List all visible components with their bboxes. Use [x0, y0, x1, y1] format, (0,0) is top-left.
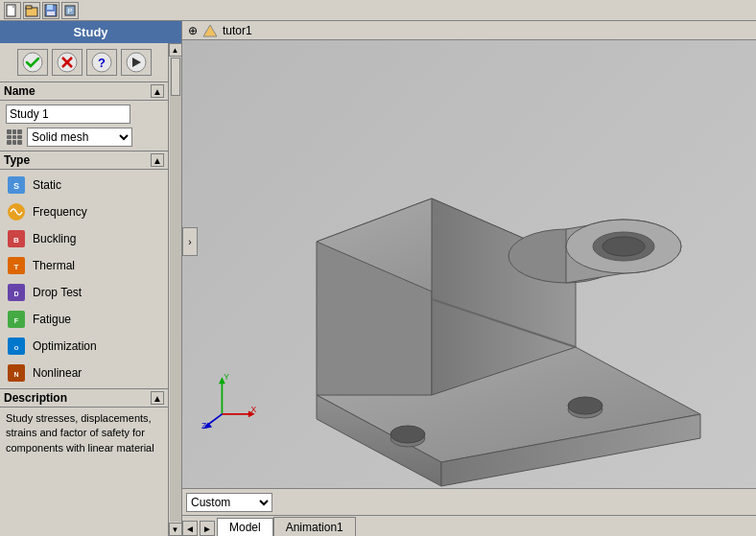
thermal-label: Thermal — [33, 259, 75, 272]
svg-rect-5 — [47, 5, 53, 10]
svg-text:N: N — [13, 371, 18, 378]
toolbar-save-icon[interactable] — [42, 2, 59, 19]
svg-point-48 — [568, 397, 602, 414]
scroll-track — [170, 58, 181, 522]
mesh-select-row: Solid mesh Shell mesh Beam mesh — [6, 128, 162, 147]
svg-text:D: D — [13, 291, 18, 297]
buckling-label: Buckling — [33, 232, 76, 245]
study-name-input[interactable] — [6, 105, 130, 124]
thermal-icon: T — [6, 255, 27, 276]
mesh-type-select[interactable]: Solid mesh Shell mesh Beam mesh — [27, 128, 132, 147]
type-item-drop[interactable]: D Drop Test — [0, 279, 168, 306]
custom-dropdown-row: Custom — [186, 493, 272, 512]
fatigue-icon: F — [6, 309, 27, 330]
type-item-static[interactable]: S Static — [0, 172, 168, 198]
description-text: Study stresses, displacements, strains a… — [0, 408, 168, 459]
top-toolbar: P — [0, 0, 756, 21]
viewport-titlebar: ⊕ tutor1 — [182, 21, 756, 40]
type-item-optimization[interactable]: O Optimization — [0, 333, 168, 360]
toolbar-props-icon[interactable]: P — [61, 2, 79, 19]
next-button[interactable] — [121, 49, 152, 76]
toolbar-new-icon[interactable] — [4, 2, 21, 19]
svg-text:X: X — [250, 405, 256, 414]
type-list: S Static Frequency — [0, 170, 168, 388]
type-item-fatigue[interactable]: F Fatigue — [0, 306, 168, 333]
tab-animation1[interactable]: Animation1 — [273, 517, 356, 536]
custom-view-select[interactable]: Custom — [186, 493, 272, 512]
description-collapse-button[interactable]: ▲ — [151, 391, 164, 405]
type-collapse-button[interactable]: ▲ — [151, 153, 164, 167]
type-item-nonlinear[interactable]: N Nonlinear — [0, 360, 168, 386]
mesh-icon — [6, 128, 23, 146]
optimization-icon: O — [6, 336, 27, 357]
svg-text:F: F — [14, 317, 19, 324]
study-title: Study — [73, 25, 107, 39]
svg-marker-32 — [203, 25, 217, 36]
buckling-icon: B — [6, 228, 27, 249]
svg-text:T: T — [14, 263, 19, 271]
bottom-tabs: ◄ ► Model Animation1 — [182, 515, 756, 536]
scroll-up-button[interactable]: ▲ — [169, 43, 182, 57]
name-section: Solid mesh Shell mesh Beam mesh — [0, 101, 168, 151]
type-section-header: Type ▲ — [0, 151, 168, 170]
svg-text:?: ? — [98, 56, 106, 70]
description-label: Description — [4, 391, 67, 405]
tab-model-label: Model — [229, 521, 261, 534]
frequency-icon — [6, 201, 27, 222]
tab-model[interactable]: Model — [217, 518, 273, 536]
viewport-area: ⊕ tutor1 › — [182, 21, 756, 536]
svg-text:Z: Z — [201, 421, 206, 431]
3d-model-view — [240, 59, 756, 488]
nonlinear-label: Nonlinear — [33, 366, 82, 380]
panel-resize-arrow[interactable]: › — [182, 227, 198, 256]
type-item-thermal[interactable]: T Thermal — [0, 252, 168, 279]
svg-text:O: O — [14, 345, 19, 351]
name-collapse-button[interactable]: ▲ — [151, 84, 164, 98]
svg-point-44 — [602, 237, 645, 256]
main-area: Study — [0, 21, 756, 536]
scroll-down-button[interactable]: ▼ — [169, 523, 182, 536]
panel-with-scroll: ? Name ▲ — [0, 43, 181, 536]
panel-content: ? Name ▲ — [0, 43, 168, 536]
drop-test-icon: D — [6, 282, 27, 303]
viewport-title: tutor1 — [223, 24, 252, 37]
optimization-label: Optimization — [33, 339, 97, 353]
svg-text:S: S — [13, 181, 19, 191]
svg-text:Y: Y — [224, 373, 229, 382]
viewport-3d: › — [182, 40, 756, 488]
left-panel: Study — [0, 21, 182, 536]
drop-test-label: Drop Test — [33, 286, 82, 299]
tab-next-button[interactable]: ► — [200, 521, 215, 536]
panel-scrollbar[interactable]: ▲ ▼ — [168, 43, 181, 536]
cancel-button[interactable] — [52, 49, 83, 76]
ok-button[interactable] — [17, 49, 48, 76]
nonlinear-icon: N — [6, 362, 27, 384]
type-item-buckling[interactable]: B Buckling — [0, 225, 168, 252]
scroll-thumb[interactable] — [171, 58, 180, 96]
svg-point-46 — [390, 426, 425, 443]
axis-indicator: Y X Z — [201, 373, 259, 431]
study-header: Study — [0, 21, 181, 43]
svg-rect-6 — [47, 12, 55, 15]
static-label: Static — [33, 178, 61, 192]
action-buttons-row: ? — [0, 43, 168, 82]
fatigue-label: Fatigue — [33, 313, 71, 326]
tab-animation1-label: Animation1 — [286, 521, 343, 534]
svg-text:B: B — [13, 236, 19, 245]
type-item-frequency[interactable]: Frequency — [0, 198, 168, 225]
type-label: Type — [4, 153, 30, 167]
name-section-header: Name ▲ — [0, 82, 168, 101]
viewport-bottom: Custom — [182, 488, 756, 515]
help-button[interactable]: ? — [86, 49, 117, 76]
toolbar-open-icon[interactable] — [23, 2, 40, 19]
svg-text:P: P — [67, 7, 72, 15]
name-label: Name — [4, 84, 35, 98]
description-section-header: Description ▲ — [0, 388, 168, 408]
static-icon: S — [6, 175, 27, 196]
svg-rect-3 — [26, 6, 32, 9]
tab-prev-button[interactable]: ◄ — [182, 521, 198, 536]
frequency-label: Frequency — [33, 205, 87, 219]
